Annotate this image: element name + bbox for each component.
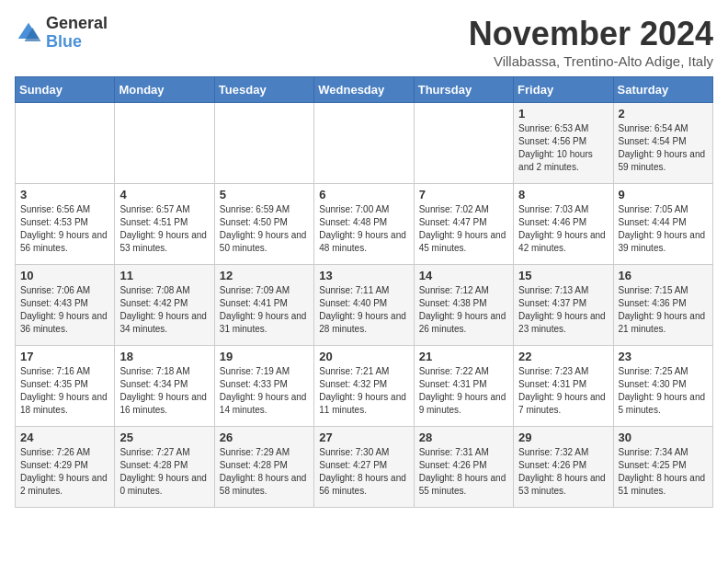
day-number: 30 xyxy=(619,431,708,444)
day-number: 14 xyxy=(419,269,508,282)
month-title: November 2024 xyxy=(469,15,713,53)
day-header-thursday: Thursday xyxy=(414,77,513,103)
calendar-week-row: 17Sunrise: 7:16 AM Sunset: 4:35 PM Dayli… xyxy=(16,346,713,427)
day-info: Sunrise: 6:59 AM Sunset: 4:50 PM Dayligh… xyxy=(220,203,309,255)
day-header-tuesday: Tuesday xyxy=(214,77,313,103)
day-number: 8 xyxy=(518,188,608,201)
day-info: Sunrise: 7:30 AM Sunset: 4:27 PM Dayligh… xyxy=(319,446,408,498)
calendar-cell: 15Sunrise: 7:13 AM Sunset: 4:37 PM Dayli… xyxy=(514,265,613,346)
day-number: 19 xyxy=(220,350,309,363)
calendar-cell: 29Sunrise: 7:32 AM Sunset: 4:26 PM Dayli… xyxy=(514,427,613,508)
calendar-cell: 22Sunrise: 7:23 AM Sunset: 4:31 PM Dayli… xyxy=(514,346,613,427)
day-number: 13 xyxy=(319,269,408,282)
calendar-cell: 4Sunrise: 6:57 AM Sunset: 4:51 PM Daylig… xyxy=(115,184,214,265)
day-number: 16 xyxy=(619,269,708,282)
day-info: Sunrise: 7:18 AM Sunset: 4:34 PM Dayligh… xyxy=(119,365,209,417)
page-header: General Blue November 2024 Villabassa, T… xyxy=(15,15,713,69)
calendar-cell: 9Sunrise: 7:05 AM Sunset: 4:44 PM Daylig… xyxy=(613,184,712,265)
day-info: Sunrise: 6:57 AM Sunset: 4:51 PM Dayligh… xyxy=(119,203,209,255)
day-number: 2 xyxy=(619,107,708,121)
logo-blue: Blue xyxy=(46,33,108,52)
day-number: 21 xyxy=(419,350,508,363)
day-number: 9 xyxy=(619,188,708,201)
day-info: Sunrise: 6:56 AM Sunset: 4:53 PM Dayligh… xyxy=(20,203,109,255)
calendar-table: SundayMondayTuesdayWednesdayThursdayFrid… xyxy=(15,76,713,508)
calendar-cell: 14Sunrise: 7:12 AM Sunset: 4:38 PM Dayli… xyxy=(414,265,513,346)
day-info: Sunrise: 7:21 AM Sunset: 4:32 PM Dayligh… xyxy=(319,365,408,417)
day-number: 18 xyxy=(119,350,209,363)
day-info: Sunrise: 7:29 AM Sunset: 4:28 PM Dayligh… xyxy=(220,446,309,498)
day-info: Sunrise: 7:15 AM Sunset: 4:36 PM Dayligh… xyxy=(619,284,708,336)
calendar-cell xyxy=(115,103,214,184)
calendar-cell: 27Sunrise: 7:30 AM Sunset: 4:27 PM Dayli… xyxy=(314,427,414,508)
calendar-body: 1Sunrise: 6:53 AM Sunset: 4:56 PM Daylig… xyxy=(16,103,713,508)
day-header-wednesday: Wednesday xyxy=(314,77,414,103)
calendar-cell: 19Sunrise: 7:19 AM Sunset: 4:33 PM Dayli… xyxy=(214,346,313,427)
day-number: 27 xyxy=(319,431,408,444)
day-number: 17 xyxy=(20,350,109,363)
calendar-cell: 16Sunrise: 7:15 AM Sunset: 4:36 PM Dayli… xyxy=(613,265,712,346)
calendar-cell: 10Sunrise: 7:06 AM Sunset: 4:43 PM Dayli… xyxy=(16,265,115,346)
calendar-cell: 24Sunrise: 7:26 AM Sunset: 4:29 PM Dayli… xyxy=(16,427,115,508)
day-info: Sunrise: 7:02 AM Sunset: 4:47 PM Dayligh… xyxy=(419,203,508,255)
day-number: 25 xyxy=(119,431,209,444)
day-number: 22 xyxy=(518,350,608,363)
calendar-cell: 13Sunrise: 7:11 AM Sunset: 4:40 PM Dayli… xyxy=(314,265,414,346)
calendar-cell xyxy=(214,103,313,184)
day-number: 7 xyxy=(419,188,508,201)
day-number: 11 xyxy=(119,269,209,282)
day-info: Sunrise: 6:53 AM Sunset: 4:56 PM Dayligh… xyxy=(518,122,608,174)
logo: General Blue xyxy=(15,15,108,52)
calendar-week-row: 10Sunrise: 7:06 AM Sunset: 4:43 PM Dayli… xyxy=(16,265,713,346)
day-info: Sunrise: 7:27 AM Sunset: 4:28 PM Dayligh… xyxy=(119,446,209,498)
calendar-cell: 20Sunrise: 7:21 AM Sunset: 4:32 PM Dayli… xyxy=(314,346,414,427)
day-number: 3 xyxy=(20,188,109,201)
day-info: Sunrise: 7:11 AM Sunset: 4:40 PM Dayligh… xyxy=(319,284,408,336)
calendar-week-row: 24Sunrise: 7:26 AM Sunset: 4:29 PM Dayli… xyxy=(16,427,713,508)
logo-general: General xyxy=(46,15,108,33)
day-number: 4 xyxy=(119,188,209,201)
day-info: Sunrise: 7:06 AM Sunset: 4:43 PM Dayligh… xyxy=(20,284,109,336)
day-number: 20 xyxy=(319,350,408,363)
calendar-cell xyxy=(414,103,513,184)
day-info: Sunrise: 7:03 AM Sunset: 4:46 PM Dayligh… xyxy=(518,203,608,255)
calendar-cell: 3Sunrise: 6:56 AM Sunset: 4:53 PM Daylig… xyxy=(16,184,115,265)
day-info: Sunrise: 7:32 AM Sunset: 4:26 PM Dayligh… xyxy=(518,446,608,498)
day-number: 24 xyxy=(20,431,109,444)
day-info: Sunrise: 7:00 AM Sunset: 4:48 PM Dayligh… xyxy=(319,203,408,255)
calendar-cell: 5Sunrise: 6:59 AM Sunset: 4:50 PM Daylig… xyxy=(214,184,313,265)
day-info: Sunrise: 7:25 AM Sunset: 4:30 PM Dayligh… xyxy=(619,365,708,417)
day-header-monday: Monday xyxy=(115,77,214,103)
title-area: November 2024 Villabassa, Trentino-Alto … xyxy=(469,15,713,69)
day-info: Sunrise: 7:08 AM Sunset: 4:42 PM Dayligh… xyxy=(119,284,209,336)
calendar-cell: 7Sunrise: 7:02 AM Sunset: 4:47 PM Daylig… xyxy=(414,184,513,265)
day-number: 6 xyxy=(319,188,408,201)
calendar-cell xyxy=(16,103,115,184)
calendar-cell: 12Sunrise: 7:09 AM Sunset: 4:41 PM Dayli… xyxy=(214,265,313,346)
calendar-cell: 21Sunrise: 7:22 AM Sunset: 4:31 PM Dayli… xyxy=(414,346,513,427)
day-info: Sunrise: 7:12 AM Sunset: 4:38 PM Dayligh… xyxy=(419,284,508,336)
day-info: Sunrise: 7:22 AM Sunset: 4:31 PM Dayligh… xyxy=(419,365,508,417)
calendar-week-row: 1Sunrise: 6:53 AM Sunset: 4:56 PM Daylig… xyxy=(16,103,713,184)
calendar-week-row: 3Sunrise: 6:56 AM Sunset: 4:53 PM Daylig… xyxy=(16,184,713,265)
calendar-cell: 17Sunrise: 7:16 AM Sunset: 4:35 PM Dayli… xyxy=(16,346,115,427)
day-number: 28 xyxy=(419,431,508,444)
day-header-friday: Friday xyxy=(514,77,613,103)
calendar-cell: 30Sunrise: 7:34 AM Sunset: 4:25 PM Dayli… xyxy=(613,427,712,508)
day-info: Sunrise: 6:54 AM Sunset: 4:54 PM Dayligh… xyxy=(619,122,708,174)
day-info: Sunrise: 7:09 AM Sunset: 4:41 PM Dayligh… xyxy=(220,284,309,336)
day-number: 15 xyxy=(518,269,608,282)
day-number: 26 xyxy=(220,431,309,444)
calendar-cell: 6Sunrise: 7:00 AM Sunset: 4:48 PM Daylig… xyxy=(314,184,414,265)
day-info: Sunrise: 7:13 AM Sunset: 4:37 PM Dayligh… xyxy=(518,284,608,336)
day-info: Sunrise: 7:23 AM Sunset: 4:31 PM Dayligh… xyxy=(518,365,608,417)
day-info: Sunrise: 7:05 AM Sunset: 4:44 PM Dayligh… xyxy=(619,203,708,255)
day-info: Sunrise: 7:26 AM Sunset: 4:29 PM Dayligh… xyxy=(20,446,109,498)
day-header-sunday: Sunday xyxy=(16,77,115,103)
calendar-cell: 11Sunrise: 7:08 AM Sunset: 4:42 PM Dayli… xyxy=(115,265,214,346)
day-header-saturday: Saturday xyxy=(613,77,712,103)
day-info: Sunrise: 7:19 AM Sunset: 4:33 PM Dayligh… xyxy=(220,365,309,417)
calendar-cell: 1Sunrise: 6:53 AM Sunset: 4:56 PM Daylig… xyxy=(514,103,613,184)
day-info: Sunrise: 7:34 AM Sunset: 4:25 PM Dayligh… xyxy=(619,446,708,498)
calendar-cell: 26Sunrise: 7:29 AM Sunset: 4:28 PM Dayli… xyxy=(214,427,313,508)
